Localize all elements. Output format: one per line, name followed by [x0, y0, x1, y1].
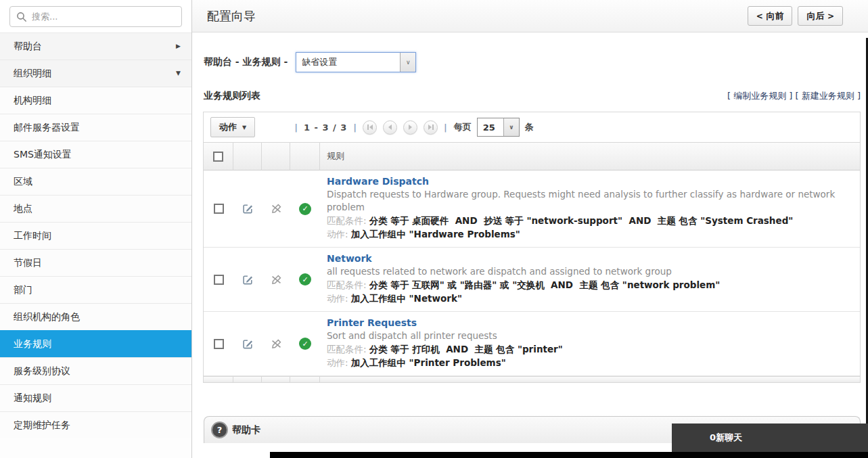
sidebar-item-label: 组织明细	[14, 68, 51, 78]
sidebar-item-mail-server[interactable]: 邮件服务器设置	[0, 114, 191, 141]
table-row: ✓ Printer Requests Sort and dispatch all…	[204, 312, 860, 376]
enabled-status-icon[interactable]: ✓	[299, 273, 311, 285]
last-page-icon[interactable]	[424, 120, 438, 135]
actions-dropdown-button[interactable]: 动作 ▼	[210, 117, 255, 137]
organize-rules-link[interactable]: [ 编制业务规则 ]	[727, 91, 792, 101]
match-criteria: 分类 等于 打印机 AND 主题 包含 "printer"	[369, 344, 563, 354]
sidebar-search-area	[0, 0, 191, 32]
match-label: 匹配条件:	[327, 215, 367, 226]
table-header-row: 规则	[204, 142, 860, 170]
chevron-down-icon: ∨	[400, 53, 415, 72]
sidebar-item-helpdesk[interactable]: 帮助台 ▶	[0, 32, 191, 60]
rule-title-link[interactable]: Network	[327, 253, 372, 264]
sidebar-item-operational-hours[interactable]: 工作时间	[0, 222, 191, 249]
rule-title-link[interactable]: Printer Requests	[327, 317, 417, 328]
row-checkbox[interactable]	[214, 275, 224, 285]
first-page-icon[interactable]	[363, 120, 377, 135]
match-criteria: 分类 等于 桌面硬件 AND 抄送 等于 "network-support" A…	[369, 215, 793, 226]
chat-count-label: 0新聊天	[710, 432, 742, 444]
rule-description: Dispatch requests to Hardware group. Req…	[327, 188, 853, 214]
per-page-value: 25	[478, 122, 503, 133]
row-checkbox[interactable]	[214, 339, 224, 349]
list-section-header: 业务规则列表 [ 编制业务规则 ] [ 新建业务规则 ]	[204, 90, 861, 102]
forward-button[interactable]: 向后 >	[798, 6, 843, 26]
caret-down-icon: ▼	[242, 124, 246, 131]
edit-rule-icon[interactable]	[242, 338, 254, 350]
sidebar-item-business-rules[interactable]: 业务规则	[0, 330, 191, 357]
wizard-nav-buttons: < 向前 向后 >	[748, 6, 843, 26]
table-toolbar: 动作 ▼ | 1 - 3 / 3 | | 每页	[204, 112, 860, 142]
rule-action: 加入工作组中 "Network"	[351, 293, 462, 304]
select-all-checkbox[interactable]	[213, 152, 223, 162]
match-label: 匹配条件:	[327, 344, 367, 354]
row-checkbox[interactable]	[214, 204, 224, 214]
new-rule-link[interactable]: [ 新建业务规则 ]	[796, 91, 861, 101]
sidebar-item-notification-rules[interactable]: 通知规则	[0, 384, 191, 411]
search-box	[9, 6, 182, 27]
page-range: 1 - 3 / 3	[304, 122, 347, 133]
sidebar-item-department[interactable]: 部门	[0, 276, 191, 303]
per-page-label: 每页	[454, 121, 472, 133]
rule-description: all requests related to network are disp…	[327, 265, 853, 278]
breadcrumb: 帮助台 - 业务规则 - 缺省设置 ∨	[204, 52, 861, 72]
sidebar-item-label: 帮助台	[14, 41, 42, 51]
table-row: ✓ Hardware Dispatch Dispatch requests to…	[204, 170, 860, 248]
edit-rule-icon[interactable]	[242, 274, 254, 285]
chevron-right-icon: >	[827, 12, 834, 21]
sidebar-item-sla[interactable]: 服务级别协议	[0, 357, 191, 384]
action-label: 动作:	[327, 293, 348, 304]
previous-page-icon[interactable]	[383, 120, 397, 135]
settings-sidebar: 帮助台 ▶ 组织明细 ▼ 机构明细 邮件服务器设置 SMS通知设置 区域 地点 …	[0, 0, 192, 458]
sidebar-item-preventive-maintenance[interactable]: 定期维护任务	[0, 411, 191, 438]
pagination: | 1 - 3 / 3 | |	[294, 120, 447, 135]
chevron-right-icon: ▶	[176, 33, 181, 60]
content-area: 帮助台 - 业务规则 - 缺省设置 ∨ 业务规则列表 [ 编制业务规则 ] [ …	[192, 52, 868, 443]
sidebar-item-org-detail[interactable]: 机构明细	[0, 87, 191, 114]
back-button[interactable]: < 向前	[748, 6, 793, 26]
rule-column-header: 规则	[320, 142, 860, 170]
next-page-icon[interactable]	[403, 120, 417, 135]
per-page-select[interactable]: 25 ∨	[477, 118, 520, 137]
chevron-down-icon: ▼	[176, 60, 181, 87]
enabled-status-icon[interactable]: ✓	[299, 203, 311, 215]
rule-title-link[interactable]: Hardware Dispatch	[327, 176, 429, 187]
rule-action: 加入工作组中 "Hardware Problems"	[351, 229, 520, 239]
disable-rule-icon[interactable]	[271, 338, 282, 350]
breadcrumb-path: 帮助台 - 业务规则 -	[204, 56, 288, 68]
help-question-icon: ?	[212, 423, 227, 437]
enabled-status-icon[interactable]: ✓	[299, 338, 311, 350]
sidebar-item-org-roles[interactable]: 组织机构的角色	[0, 303, 191, 330]
disable-rule-icon[interactable]	[271, 203, 282, 214]
disable-rule-icon[interactable]	[271, 274, 282, 285]
app-window: 帮助台 ▶ 组织明细 ▼ 机构明细 邮件服务器设置 SMS通知设置 区域 地点 …	[0, 0, 868, 458]
chat-bar[interactable]: 0新聊天	[672, 423, 868, 452]
help-card-title: 帮助卡	[232, 424, 260, 436]
table-footer-strip	[204, 376, 860, 382]
search-icon	[16, 12, 27, 22]
sidebar-item-org-details-group[interactable]: 组织明细 ▼	[0, 60, 191, 87]
page-title: 配置向导	[207, 8, 256, 24]
sidebar-item-sms-settings[interactable]: SMS通知设置	[0, 141, 191, 168]
list-title: 业务规则列表	[204, 90, 260, 102]
rule-set-selected-value: 缺省设置	[296, 56, 400, 68]
main-panel: 配置向导 < 向前 向后 > 帮助台 - 业务规则 - 缺省设置 ∨ 业务规则列…	[192, 0, 868, 458]
sidebar-item-site[interactable]: 地点	[0, 195, 191, 222]
sidebar-item-region[interactable]: 区域	[0, 168, 191, 195]
search-input[interactable]	[10, 7, 181, 26]
page-header: 配置向导 < 向前 向后 >	[192, 0, 868, 32]
chevron-left-icon: <	[756, 12, 763, 21]
bottom-black-bar	[270, 452, 868, 458]
rule-description: Sort and dispatch all printer requests	[327, 329, 853, 342]
per-page-unit: 条	[525, 121, 534, 133]
table-row: ✓ Network all requests related to networ…	[204, 248, 860, 312]
match-label: 匹配条件:	[327, 279, 367, 290]
match-criteria: 分类 等于 互联网" 或 "路由器" 或 "交换机 AND 主题 包含 "net…	[369, 279, 720, 290]
rule-set-select[interactable]: 缺省设置 ∨	[296, 52, 416, 72]
sidebar-nav: 帮助台 ▶ 组织明细 ▼ 机构明细 邮件服务器设置 SMS通知设置 区域 地点 …	[0, 32, 191, 438]
action-label: 动作:	[327, 229, 348, 239]
chevron-down-icon: ∨	[503, 118, 519, 136]
rules-table: 动作 ▼ | 1 - 3 / 3 | | 每页	[203, 112, 861, 383]
edit-rule-icon[interactable]	[242, 203, 254, 214]
sidebar-item-holidays[interactable]: 节假日	[0, 249, 191, 276]
list-links: [ 编制业务规则 ] [ 新建业务规则 ]	[727, 90, 861, 102]
